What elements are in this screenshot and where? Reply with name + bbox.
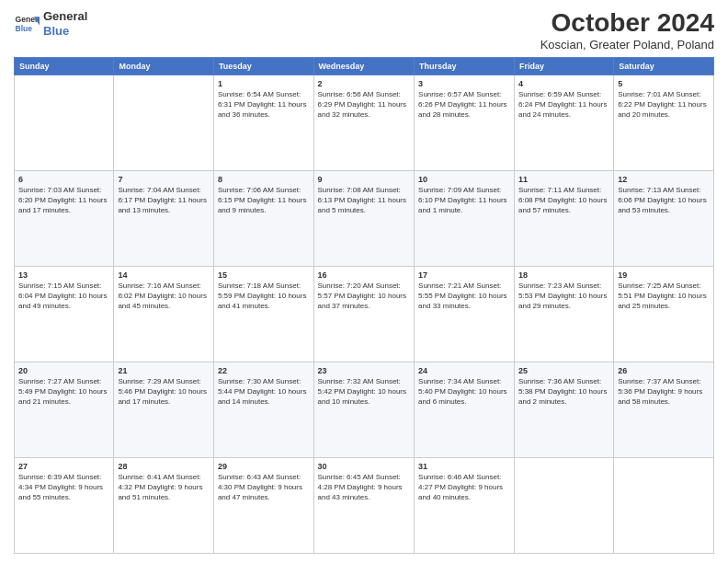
calendar-table: Sunday Monday Tuesday Wednesday Thursday… [14, 57, 714, 554]
day-info-21: Sunrise: 7:29 AM Sunset: 5:46 PM Dayligh… [118, 377, 210, 407]
week-row-4: 20Sunrise: 7:27 AM Sunset: 5:49 PM Dayli… [15, 362, 714, 457]
day-info-30: Sunrise: 6:45 AM Sunset: 4:28 PM Dayligh… [318, 473, 411, 502]
day-info-7: Sunrise: 7:04 AM Sunset: 6:17 PM Dayligh… [118, 186, 210, 215]
day-number-8: 8 [218, 174, 310, 185]
day-info-31: Sunrise: 6:46 AM Sunset: 4:27 PM Dayligh… [418, 473, 510, 502]
cell-w5-d2: 28Sunrise: 6:41 AM Sunset: 4:32 PM Dayli… [114, 457, 214, 553]
cell-w2-d2: 7Sunrise: 7:04 AM Sunset: 6:17 PM Daylig… [114, 170, 214, 266]
calendar-header: Sunday Monday Tuesday Wednesday Thursday… [15, 57, 714, 75]
cell-w1-d6: 4Sunrise: 6:59 AM Sunset: 6:24 PM Daylig… [514, 75, 613, 170]
cell-w1-d4: 2Sunrise: 6:56 AM Sunset: 6:29 PM Daylig… [313, 75, 415, 170]
cell-w3-d5: 17Sunrise: 7:21 AM Sunset: 5:55 PM Dayli… [415, 266, 515, 362]
day-number-7: 7 [118, 174, 210, 185]
week-row-2: 6Sunrise: 7:03 AM Sunset: 6:20 PM Daylig… [15, 170, 714, 266]
day-number-29: 29 [218, 461, 310, 472]
col-sunday: Sunday [15, 57, 114, 75]
day-number-5: 5 [618, 78, 710, 89]
cell-w2-d1: 6Sunrise: 7:03 AM Sunset: 6:20 PM Daylig… [15, 170, 114, 266]
day-number-19: 19 [618, 270, 710, 281]
day-number-26: 26 [618, 365, 710, 376]
col-thursday: Thursday [415, 57, 515, 75]
day-number-23: 23 [318, 365, 411, 376]
cell-w2-d4: 9Sunrise: 7:08 AM Sunset: 6:13 PM Daylig… [313, 170, 415, 266]
cell-w5-d5: 31Sunrise: 6:46 AM Sunset: 4:27 PM Dayli… [415, 457, 515, 553]
header-row: Sunday Monday Tuesday Wednesday Thursday… [15, 57, 714, 75]
cell-w2-d7: 12Sunrise: 7:13 AM Sunset: 6:06 PM Dayli… [614, 170, 714, 266]
day-number-12: 12 [618, 174, 710, 185]
day-info-1: Sunrise: 6:54 AM Sunset: 6:31 PM Dayligh… [218, 90, 310, 120]
day-info-9: Sunrise: 7:08 AM Sunset: 6:13 PM Dayligh… [318, 186, 411, 215]
day-info-25: Sunrise: 7:36 AM Sunset: 5:38 PM Dayligh… [518, 377, 609, 407]
day-number-4: 4 [518, 78, 609, 89]
day-info-13: Sunrise: 7:15 AM Sunset: 6:04 PM Dayligh… [18, 282, 109, 311]
title-block: October 2024 Koscian, Greater Poland, Po… [540, 9, 714, 52]
logo-icon: General Blue [14, 11, 40, 37]
day-info-8: Sunrise: 7:06 AM Sunset: 6:15 PM Dayligh… [218, 186, 310, 215]
day-info-27: Sunrise: 6:39 AM Sunset: 4:34 PM Dayligh… [18, 473, 109, 502]
cell-w5-d6 [514, 457, 613, 553]
day-info-20: Sunrise: 7:27 AM Sunset: 5:49 PM Dayligh… [18, 377, 109, 407]
day-number-31: 31 [418, 461, 510, 472]
main-title: October 2024 [540, 9, 714, 38]
day-number-6: 6 [18, 174, 109, 185]
day-info-12: Sunrise: 7:13 AM Sunset: 6:06 PM Dayligh… [618, 186, 710, 215]
cell-w4-d5: 24Sunrise: 7:34 AM Sunset: 5:40 PM Dayli… [415, 362, 515, 457]
cell-w5-d4: 30Sunrise: 6:45 AM Sunset: 4:28 PM Dayli… [313, 457, 415, 553]
day-info-15: Sunrise: 7:18 AM Sunset: 5:59 PM Dayligh… [218, 282, 310, 311]
day-info-17: Sunrise: 7:21 AM Sunset: 5:55 PM Dayligh… [418, 282, 510, 311]
cell-w4-d1: 20Sunrise: 7:27 AM Sunset: 5:49 PM Dayli… [15, 362, 114, 457]
page: General Blue General Blue October 2024 K… [0, 0, 728, 563]
day-info-4: Sunrise: 6:59 AM Sunset: 6:24 PM Dayligh… [518, 90, 609, 120]
day-number-28: 28 [118, 461, 210, 472]
logo-text-blue: Blue [43, 24, 87, 39]
cell-w1-d7: 5Sunrise: 7:01 AM Sunset: 6:22 PM Daylig… [614, 75, 714, 170]
day-info-24: Sunrise: 7:34 AM Sunset: 5:40 PM Dayligh… [418, 377, 510, 407]
day-number-11: 11 [518, 174, 609, 185]
cell-w3-d1: 13Sunrise: 7:15 AM Sunset: 6:04 PM Dayli… [15, 266, 114, 362]
cell-w1-d2 [114, 75, 214, 170]
day-number-16: 16 [318, 270, 411, 281]
cell-w2-d5: 10Sunrise: 7:09 AM Sunset: 6:10 PM Dayli… [415, 170, 515, 266]
cell-w4-d6: 25Sunrise: 7:36 AM Sunset: 5:38 PM Dayli… [514, 362, 613, 457]
subtitle: Koscian, Greater Poland, Poland [540, 38, 714, 52]
day-number-22: 22 [218, 365, 310, 376]
day-info-29: Sunrise: 6:43 AM Sunset: 4:30 PM Dayligh… [218, 473, 310, 502]
day-info-6: Sunrise: 7:03 AM Sunset: 6:20 PM Dayligh… [18, 186, 109, 215]
day-info-28: Sunrise: 6:41 AM Sunset: 4:32 PM Dayligh… [118, 473, 210, 502]
day-number-21: 21 [118, 365, 210, 376]
header: General Blue General Blue October 2024 K… [14, 9, 714, 52]
col-tuesday: Tuesday [213, 57, 313, 75]
cell-w1-d3: 1Sunrise: 6:54 AM Sunset: 6:31 PM Daylig… [213, 75, 313, 170]
cell-w4-d7: 26Sunrise: 7:37 AM Sunset: 5:36 PM Dayli… [614, 362, 714, 457]
day-number-2: 2 [318, 78, 411, 89]
cell-w3-d4: 16Sunrise: 7:20 AM Sunset: 5:57 PM Dayli… [313, 266, 415, 362]
cell-w4-d2: 21Sunrise: 7:29 AM Sunset: 5:46 PM Dayli… [114, 362, 214, 457]
day-number-13: 13 [18, 270, 109, 281]
day-number-27: 27 [18, 461, 109, 472]
day-info-2: Sunrise: 6:56 AM Sunset: 6:29 PM Dayligh… [318, 90, 411, 120]
cell-w3-d2: 14Sunrise: 7:16 AM Sunset: 6:02 PM Dayli… [114, 266, 214, 362]
day-number-10: 10 [418, 174, 510, 185]
day-info-23: Sunrise: 7:32 AM Sunset: 5:42 PM Dayligh… [318, 377, 411, 407]
day-number-18: 18 [518, 270, 609, 281]
day-number-14: 14 [118, 270, 210, 281]
col-friday: Friday [514, 57, 613, 75]
cell-w5-d1: 27Sunrise: 6:39 AM Sunset: 4:34 PM Dayli… [15, 457, 114, 553]
cell-w4-d3: 22Sunrise: 7:30 AM Sunset: 5:44 PM Dayli… [213, 362, 313, 457]
day-info-11: Sunrise: 7:11 AM Sunset: 6:08 PM Dayligh… [518, 186, 609, 215]
cell-w5-d3: 29Sunrise: 6:43 AM Sunset: 4:30 PM Dayli… [213, 457, 313, 553]
day-info-16: Sunrise: 7:20 AM Sunset: 5:57 PM Dayligh… [318, 282, 411, 311]
cell-w1-d5: 3Sunrise: 6:57 AM Sunset: 6:26 PM Daylig… [415, 75, 515, 170]
day-info-14: Sunrise: 7:16 AM Sunset: 6:02 PM Dayligh… [118, 282, 210, 311]
day-number-17: 17 [418, 270, 510, 281]
day-number-9: 9 [318, 174, 411, 185]
calendar-body: 1Sunrise: 6:54 AM Sunset: 6:31 PM Daylig… [15, 75, 714, 553]
day-number-15: 15 [218, 270, 310, 281]
cell-w2-d3: 8Sunrise: 7:06 AM Sunset: 6:15 PM Daylig… [213, 170, 313, 266]
day-info-22: Sunrise: 7:30 AM Sunset: 5:44 PM Dayligh… [218, 377, 310, 407]
logo: General Blue General Blue [14, 9, 87, 38]
day-info-5: Sunrise: 7:01 AM Sunset: 6:22 PM Dayligh… [618, 90, 710, 120]
day-number-24: 24 [418, 365, 510, 376]
logo-text-general: General [43, 9, 87, 24]
day-number-20: 20 [18, 365, 109, 376]
